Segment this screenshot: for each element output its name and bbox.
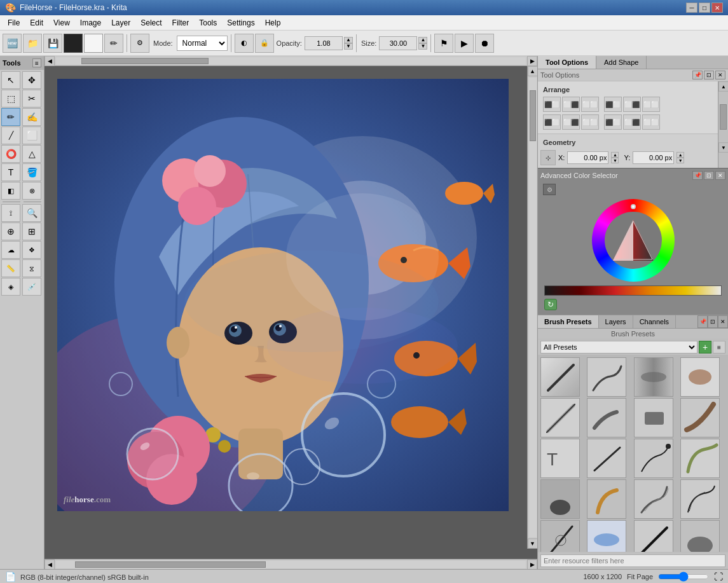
color-wheel-inner[interactable]	[605, 212, 662, 269]
close-panel-btn[interactable]: ✕	[715, 71, 725, 79]
y-down[interactable]: ▼	[676, 158, 684, 163]
brush-item-6[interactable]	[587, 398, 626, 437]
dist-bottom-btn[interactable]: ⬜⬜	[642, 114, 660, 130]
smudge-tool-btn[interactable]: ☁	[1, 241, 20, 259]
tab-layers[interactable]: Layers	[599, 315, 633, 328]
brush-item-8[interactable]	[680, 398, 720, 437]
brush-menu-button[interactable]: ≡	[713, 341, 725, 353]
menu-view[interactable]: View	[48, 17, 75, 29]
eraser-tool-btn[interactable]: ⊗	[22, 182, 41, 200]
move-tool-btn[interactable]: ✥	[22, 71, 41, 89]
align-bottom-btn[interactable]: ⬜⬜	[642, 97, 660, 112]
menu-file[interactable]: File	[3, 17, 25, 29]
color-close-btn[interactable]: ✕	[715, 171, 725, 180]
color-settings-icon-btn[interactable]: ⚙	[543, 184, 556, 195]
hscroll-thumb-bottom[interactable]	[75, 561, 266, 568]
scroll-right-bottom[interactable]: ▶	[527, 559, 537, 570]
brush-item-7[interactable]	[634, 398, 673, 437]
transform-tool-btn[interactable]: ⬚	[1, 90, 20, 107]
brush-item-17[interactable]	[540, 520, 580, 552]
opacity-input[interactable]: 1.08	[305, 36, 343, 50]
menu-edit[interactable]: Edit	[25, 17, 48, 29]
brush-item-20[interactable]	[680, 520, 720, 552]
brush-tool-btn[interactable]: ✏	[1, 108, 20, 126]
menu-image[interactable]: Image	[75, 17, 106, 29]
save-file-button[interactable]: 💾	[43, 34, 62, 53]
play-button[interactable]: ▶	[455, 34, 474, 53]
color-wheel-wrap[interactable]	[592, 199, 675, 282]
rp-scroll-thumb[interactable]	[720, 104, 727, 130]
color-gradient-bar[interactable]	[544, 285, 722, 296]
scroll-up-arrow[interactable]: ▲	[528, 66, 538, 76]
align-right-btn[interactable]: ⬜⬜	[581, 97, 599, 112]
crosshair-tool-btn[interactable]: ⊕	[1, 223, 20, 240]
color-detach-btn[interactable]: ⊡	[704, 171, 714, 180]
y-up[interactable]: ▲	[676, 152, 684, 158]
color-preview-main[interactable]	[64, 34, 83, 53]
color-wheel-container[interactable]	[540, 196, 725, 284]
tab-tool-options[interactable]: Tool Options	[538, 56, 596, 69]
polygon-tool-btn[interactable]: △	[22, 145, 41, 163]
brush-item-3[interactable]	[634, 357, 673, 397]
align-middle-btn[interactable]: ⬜⬛	[623, 97, 641, 112]
brush-item-12[interactable]	[680, 439, 720, 478]
color-preview-bg[interactable]	[84, 34, 103, 53]
brush-filter-input[interactable]	[540, 554, 725, 567]
line-tool-btn[interactable]: ╱	[1, 127, 20, 144]
horizontal-scrollbar-thumb[interactable]	[81, 58, 209, 64]
brush-item-15[interactable]	[634, 479, 673, 519]
opacity-up[interactable]: ▲	[344, 37, 353, 43]
align-top-btn[interactable]: ⬛⬜	[604, 97, 622, 112]
fullscreen-icon[interactable]: ⛶	[714, 572, 723, 582]
zoom-tool-btn[interactable]: 🔍	[22, 204, 41, 222]
menu-select[interactable]: Select	[135, 17, 167, 29]
minimize-button[interactable]: ─	[686, 3, 697, 13]
new-file-button[interactable]: 🆕	[3, 34, 22, 53]
pattern-tool-btn[interactable]: ⊞	[22, 223, 41, 240]
guides-tool-btn[interactable]: ⧖	[22, 259, 41, 277]
new-doc-icon[interactable]: 📄	[5, 572, 16, 582]
open-file-button[interactable]: 📁	[23, 34, 42, 53]
tab-brush-presets[interactable]: Brush Presets	[538, 315, 599, 328]
color-refresh-btn[interactable]: ↻	[544, 299, 557, 310]
opacity-down[interactable]: ▼	[344, 43, 353, 50]
dist-left-btn[interactable]: ⬛⬜	[543, 114, 561, 130]
reference-tool-btn[interactable]: ◈	[1, 278, 20, 296]
path-tool-btn[interactable]: ⟟	[1, 204, 20, 222]
scroll-right-arrow[interactable]: ▶	[527, 56, 537, 66]
brush-item-11[interactable]	[634, 439, 673, 478]
brush-add-button[interactable]: +	[699, 341, 711, 353]
freehand-tool-btn[interactable]: ✍	[22, 108, 41, 126]
tab-add-shape[interactable]: Add Shape	[596, 56, 647, 69]
scroll-left-arrow[interactable]: ◀	[45, 56, 55, 66]
opacity-icon[interactable]: ◐	[235, 34, 254, 53]
vertical-scrollbar[interactable]: ▲ ▼	[527, 66, 537, 549]
x-up[interactable]: ▲	[611, 152, 619, 158]
align-left-btn[interactable]: ⬛⬜	[543, 97, 561, 112]
measure-tool-btn[interactable]: 📏	[1, 259, 20, 277]
brush-item-19[interactable]	[634, 520, 673, 552]
menu-filter[interactable]: Filter	[167, 17, 195, 29]
text-tool-btn[interactable]: T	[1, 163, 20, 181]
color-sampler-btn[interactable]: 💉	[22, 278, 41, 296]
dist-top-btn[interactable]: ⬛⬜	[604, 114, 622, 130]
color-settings-button[interactable]: ⚙	[130, 34, 149, 53]
dist-right-btn[interactable]: ⬜⬜	[581, 114, 599, 130]
y-input[interactable]	[633, 151, 674, 164]
brush-item-5[interactable]	[540, 398, 580, 437]
menu-help[interactable]: Help	[260, 17, 286, 29]
detach-button[interactable]: ⊡	[704, 71, 714, 79]
scroll-left-bottom[interactable]: ◀	[45, 559, 55, 570]
lock-alpha-button[interactable]: 🔒	[255, 34, 274, 53]
select-tool-btn[interactable]: ↖	[1, 71, 20, 89]
brush-tool-button[interactable]: ✏	[104, 34, 123, 53]
brush-item-14[interactable]	[587, 479, 626, 519]
mode-select[interactable]: Normal Multiply Screen Overlay	[177, 36, 228, 51]
size-down[interactable]: ▼	[418, 43, 427, 50]
crop-tool-btn[interactable]: ✂	[22, 90, 41, 107]
tab-channels[interactable]: Channels	[633, 315, 676, 328]
brush-filter-select[interactable]: All Presets Basic Digital Ink	[540, 341, 697, 353]
color-pin-btn[interactable]: 📌	[692, 171, 703, 180]
vertical-scrollbar-track[interactable]	[529, 78, 537, 537]
x-down[interactable]: ▼	[611, 158, 619, 163]
